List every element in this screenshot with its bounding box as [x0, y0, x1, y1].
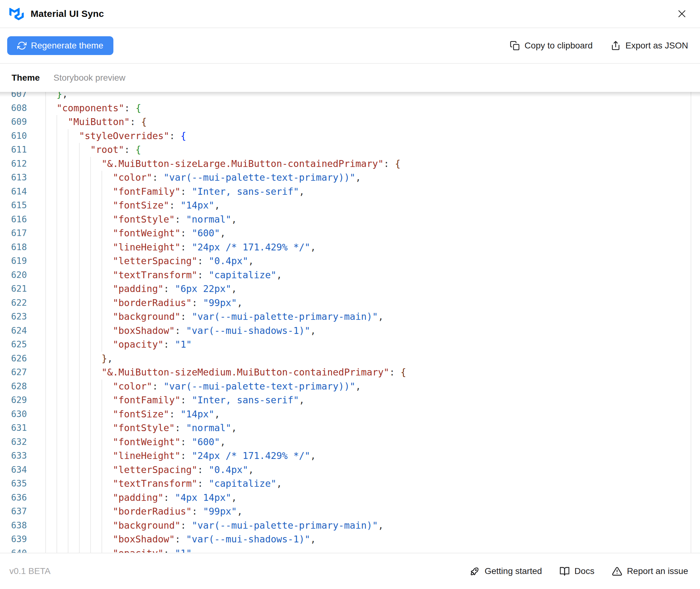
line-number: 622: [0, 296, 27, 310]
code-line-content: "styleOverrides": {: [45, 129, 186, 143]
indent-guide: [68, 254, 79, 268]
indent-guide: [45, 519, 56, 533]
docs-link[interactable]: Docs: [560, 566, 595, 577]
code-token: :: [152, 172, 163, 183]
indent-guide: [56, 185, 68, 199]
tab-bar: Theme Storybook preview: [0, 64, 700, 92]
getting-started-link[interactable]: Getting started: [469, 566, 542, 577]
indent-guide: [45, 463, 56, 477]
code-token: "1": [175, 548, 192, 553]
code-token: "borderRadius": [113, 506, 192, 517]
indent-guide: [45, 268, 56, 282]
indent-guide: [56, 199, 68, 213]
rocket-icon: [469, 566, 480, 577]
code-line-content: "borderRadius": "99px",: [45, 296, 242, 310]
code-token: "borderRadius": [113, 297, 192, 308]
code-token: "background": [113, 520, 181, 531]
close-button[interactable]: [675, 7, 689, 21]
regenerate-theme-button[interactable]: Regenerate theme: [7, 36, 113, 55]
export-as-json-button[interactable]: Export as JSON: [611, 41, 688, 51]
indent-guide: [101, 533, 113, 547]
indent-guide: [56, 366, 68, 380]
indent-guide: [79, 143, 90, 157]
code-token: ,: [277, 478, 282, 489]
indent-guide: [45, 226, 56, 240]
line-number: 608: [0, 101, 27, 115]
indent-guide: [79, 533, 90, 547]
indent-guide: [56, 129, 68, 143]
code-token: "fontStyle": [113, 422, 175, 433]
line-number: 610: [0, 129, 27, 143]
indent-guide: [56, 324, 68, 338]
indent-guide: [101, 505, 113, 519]
code-token: ,: [220, 436, 226, 447]
indent-guide: [45, 171, 56, 185]
indent-guide: [68, 435, 79, 449]
indent-guide: [79, 491, 90, 505]
close-icon: [677, 8, 687, 19]
code-token: "background": [113, 311, 181, 322]
code-token: ,: [277, 269, 282, 280]
indent-guide: [79, 435, 90, 449]
code-token: "opacity": [113, 548, 164, 553]
indent-guide: [79, 352, 90, 366]
code-line-615: 615"fontSize": "14px",: [0, 199, 700, 213]
code-line-632: 632"fontWeight": "600",: [0, 435, 700, 449]
code-line-630: 630"fontSize": "14px",: [0, 407, 700, 421]
code-token: "&.MuiButton-sizeMedium.MuiButton-contai…: [101, 367, 389, 378]
indent-guide: [56, 338, 68, 352]
indent-guide: [101, 213, 113, 227]
indent-guide: [79, 380, 90, 394]
code-token: ,: [220, 228, 226, 238]
code-token: "24px /* 171.429% */": [192, 450, 310, 461]
sync-icon: [17, 41, 27, 50]
code-line-content: "opacity": "1": [45, 338, 192, 352]
code-token: {: [135, 144, 141, 155]
code-token: :: [198, 255, 209, 266]
code-line-content: "textTransform": "capitalize",: [45, 477, 282, 491]
code-token: "fontWeight": [113, 436, 181, 447]
indent-guide: [79, 296, 90, 310]
code-line-608: 608"components": {: [0, 101, 700, 115]
indent-guide: [56, 115, 68, 129]
indent-guide: [56, 157, 68, 171]
indent-guide: [56, 519, 68, 533]
tab-storybook-preview[interactable]: Storybook preview: [53, 73, 125, 83]
regenerate-theme-label: Regenerate theme: [31, 41, 103, 51]
indent-guide: [68, 352, 79, 366]
copy-to-clipboard-button[interactable]: Copy to clipboard: [510, 41, 593, 51]
indent-guide: [90, 282, 101, 296]
code-line-content: "padding": "6px 22px",: [45, 282, 237, 296]
indent-guide: [56, 380, 68, 394]
code-token: ,: [237, 297, 242, 308]
code-line-622: 622"borderRadius": "99px",: [0, 296, 700, 310]
indent-guide: [101, 296, 113, 310]
code-line-content: "color": "var(--mui-palette-text-primary…: [45, 380, 361, 394]
code-editor[interactable]: 607},608"components": {609"MuiButton": {…: [0, 92, 700, 553]
indent-guide: [101, 310, 113, 324]
line-number: 612: [0, 157, 27, 171]
line-number: 625: [0, 338, 27, 352]
indent-guide: [90, 463, 101, 477]
code-token: :: [124, 144, 135, 155]
code-line-626: 626},: [0, 352, 700, 366]
tab-theme[interactable]: Theme: [12, 73, 40, 83]
code-token: :: [181, 450, 192, 461]
code-token: :: [164, 283, 175, 294]
indent-guide: [68, 157, 79, 171]
code-line-content: "&.MuiButton-sizeLarge.MuiButton-contain…: [45, 157, 400, 171]
indent-guide: [101, 380, 113, 394]
version-label: v0.1 BETA: [9, 566, 51, 576]
indent-guide: [101, 491, 113, 505]
indent-guide: [79, 366, 90, 380]
indent-guide: [56, 533, 68, 547]
header: Material UI Sync: [0, 0, 700, 28]
indent-guide: [101, 393, 113, 407]
copy-to-clipboard-label: Copy to clipboard: [524, 41, 593, 51]
indent-guide: [101, 463, 113, 477]
report-an-issue-link[interactable]: Report an issue: [612, 566, 688, 577]
indent-guide: [90, 324, 101, 338]
code-token: "color": [113, 172, 152, 183]
line-number: 618: [0, 240, 27, 254]
indent-guide: [68, 547, 79, 553]
